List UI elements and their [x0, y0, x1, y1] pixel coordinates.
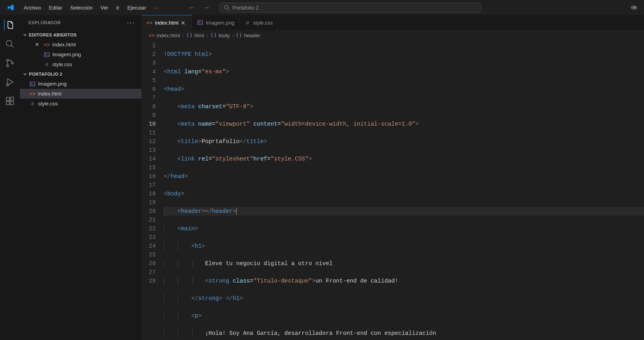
chevron-right-icon: ›	[182, 32, 184, 38]
svg-point-10	[11, 62, 13, 64]
tab-label: style.css	[253, 20, 273, 26]
css-file-icon: #	[44, 61, 50, 68]
svg-point-6	[6, 40, 12, 46]
open-editor-item[interactable]: # style.css	[20, 59, 141, 69]
menu-ejecutar[interactable]: Ejecutar	[123, 2, 150, 13]
svg-point-17	[45, 53, 46, 54]
file-label: style.css	[52, 61, 72, 67]
svg-rect-13	[6, 101, 10, 105]
section-open-editors[interactable]: EDITORES ABIERTOS	[20, 30, 141, 40]
svg-point-21	[199, 21, 200, 23]
html-file-icon: <>	[149, 32, 154, 38]
chevron-right-icon: ›	[206, 32, 208, 38]
css-file-icon: #	[245, 19, 251, 26]
menu-seleccion[interactable]: Selección	[66, 2, 96, 13]
line-gutter: 1234567891011121314151617181920212223242…	[141, 40, 164, 340]
tab-index-html[interactable]: <> index.html ✕	[141, 15, 192, 30]
open-editor-item[interactable]: Imagem.png	[20, 50, 141, 59]
svg-point-0	[224, 6, 228, 9]
svg-point-5	[635, 7, 636, 8]
menu-editar[interactable]: Editar	[45, 2, 66, 13]
chevron-down-icon	[22, 71, 28, 77]
nav-forward-icon[interactable]: →	[203, 4, 210, 12]
titlebar: Archivo Editar Selección Ver Ir Ejecutar…	[0, 0, 644, 15]
tabs-bar: <> index.html ✕ Imagem.png # style.css	[141, 15, 644, 30]
image-file-icon	[197, 19, 203, 26]
brace-icon	[187, 32, 192, 38]
svg-rect-16	[44, 52, 49, 57]
svg-rect-15	[10, 97, 13, 100]
project-file-item[interactable]: <> index.html	[20, 89, 141, 99]
tab-label: index.html	[155, 20, 178, 26]
editor-area: <> index.html ✕ Imagem.png # style.css <…	[141, 15, 644, 340]
section-open-editors-label: EDITORES ABIERTOS	[29, 32, 76, 37]
project-file-item[interactable]: Imagem.png	[20, 79, 141, 89]
brace-icon	[236, 32, 242, 38]
menu-ir[interactable]: Ir	[112, 2, 123, 13]
svg-point-8	[7, 59, 9, 61]
tab-imagem-png[interactable]: Imagem.png	[192, 15, 239, 30]
html-file-icon: <>	[29, 91, 36, 97]
svg-rect-12	[6, 97, 10, 101]
menu-bar: Archivo Editar Selección Ver Ir Ejecutar…	[20, 2, 162, 13]
file-label: Imagem.png	[38, 81, 67, 87]
activity-explorer[interactable]	[4, 20, 15, 30]
breadcrumb-body[interactable]: body	[219, 32, 230, 38]
search-icon	[224, 5, 229, 10]
close-icon[interactable]: ✕	[35, 42, 40, 48]
file-label: index.html	[52, 42, 76, 48]
svg-rect-14	[10, 101, 13, 105]
code-editor[interactable]: 1234567891011121314151617181920212223242…	[141, 40, 644, 340]
svg-rect-18	[30, 82, 35, 86]
tab-label: Imagem.png	[206, 20, 234, 26]
activity-extensions[interactable]	[5, 96, 15, 106]
breadcrumb-file[interactable]: index.html	[157, 32, 180, 38]
image-file-icon	[29, 81, 36, 87]
nav-arrows: ← →	[188, 4, 210, 12]
breadcrumb-header[interactable]: header	[244, 32, 260, 38]
section-project-label: PORTAFOLIO 2	[29, 72, 62, 76]
svg-line-7	[11, 45, 13, 48]
copilot-icon[interactable]	[631, 4, 638, 11]
sidebar-title: EXPLORADOR	[29, 20, 61, 25]
code-content[interactable]: !DOCTYPE html> <html lang="es-mx"> <head…	[164, 40, 644, 340]
chevron-right-icon: ›	[232, 32, 234, 38]
brace-icon	[211, 32, 216, 38]
tab-style-css[interactable]: # style.css	[240, 15, 278, 30]
activity-source-control[interactable]	[5, 58, 15, 68]
svg-rect-20	[198, 21, 203, 25]
html-file-icon: <>	[146, 20, 153, 26]
sidebar-header: EXPLORADOR ···	[20, 15, 141, 30]
svg-point-4	[633, 7, 633, 8]
search-text: Portafolio 2	[233, 5, 259, 11]
sidebar-more-icon[interactable]: ···	[127, 19, 135, 27]
activity-search[interactable]	[5, 39, 15, 49]
svg-point-9	[7, 65, 9, 67]
breadcrumb-html[interactable]: html	[195, 32, 204, 38]
section-project[interactable]: PORTAFOLIO 2	[20, 69, 141, 79]
file-label: style.css	[38, 101, 58, 107]
menu-ver[interactable]: Ver	[97, 2, 113, 13]
html-file-icon: <>	[44, 42, 50, 48]
open-editor-item[interactable]: ✕ <> index.html	[20, 40, 141, 50]
image-file-icon	[44, 52, 50, 58]
activity-bar	[0, 15, 20, 340]
nav-back-icon[interactable]: ←	[188, 4, 195, 12]
file-label: index.html	[38, 91, 61, 97]
svg-line-1	[227, 9, 229, 10]
close-icon[interactable]: ✕	[181, 20, 187, 26]
project-file-item[interactable]: # style.css	[20, 99, 141, 109]
command-center[interactable]: Portafolio 2	[220, 2, 481, 13]
sidebar: EXPLORADOR ··· EDITORES ABIERTOS ✕ <> in…	[20, 15, 141, 340]
css-file-icon: #	[29, 101, 36, 107]
breadcrumbs[interactable]: <> index.html › html › body › header	[141, 30, 644, 40]
vscode-logo-icon	[7, 4, 14, 11]
file-label: Imagem.png	[52, 52, 81, 57]
chevron-down-icon	[22, 32, 28, 38]
svg-point-19	[31, 82, 32, 84]
activity-run-debug[interactable]	[5, 77, 15, 87]
menu-archivo[interactable]: Archivo	[20, 2, 45, 13]
menu-more-icon[interactable]: ···	[150, 2, 162, 13]
